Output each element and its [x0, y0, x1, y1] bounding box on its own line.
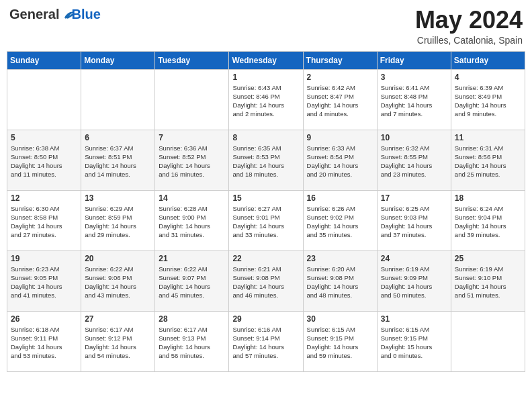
day-number: 30 [307, 314, 373, 324]
calendar-table: SundayMondayTuesdayWednesdayThursdayFrid… [7, 51, 525, 372]
day-cell: 26Sunrise: 6:18 AMSunset: 9:11 PMDayligh… [7, 311, 81, 371]
day-content: Sunrise: 6:37 AMSunset: 8:51 PMDaylight:… [85, 144, 151, 179]
day-header-wednesday: Wednesday [229, 51, 303, 69]
day-cell: 8Sunrise: 6:35 AMSunset: 8:53 PMDaylight… [229, 130, 303, 190]
day-cell: 4Sunrise: 6:39 AMSunset: 8:49 PMDaylight… [451, 69, 525, 130]
day-cell: 6Sunrise: 6:37 AMSunset: 8:51 PMDaylight… [81, 130, 155, 190]
day-content: Sunrise: 6:19 AMSunset: 9:09 PMDaylight:… [381, 265, 447, 300]
day-content: Sunrise: 6:30 AMSunset: 8:58 PMDaylight:… [11, 204, 77, 240]
day-content: Sunrise: 6:35 AMSunset: 8:53 PMDaylight:… [232, 144, 299, 179]
day-cell: 22Sunrise: 6:21 AMSunset: 9:08 PMDayligh… [229, 250, 303, 311]
day-number: 13 [85, 193, 151, 203]
day-content: Sunrise: 6:33 AMSunset: 8:54 PMDaylight:… [307, 144, 373, 179]
day-number: 15 [232, 193, 299, 203]
day-cell: 31Sunrise: 6:15 AMSunset: 9:15 PMDayligh… [377, 311, 451, 371]
day-number: 22 [232, 254, 299, 263]
day-number: 24 [381, 254, 447, 263]
day-header-saturday: Saturday [451, 51, 525, 69]
day-content: Sunrise: 6:15 AMSunset: 9:15 PMDaylight:… [381, 325, 447, 361]
day-number: 16 [307, 193, 373, 203]
day-cell [451, 311, 525, 371]
day-number: 17 [381, 193, 447, 203]
day-content: Sunrise: 6:41 AMSunset: 8:48 PMDaylight:… [381, 83, 447, 119]
day-cell: 14Sunrise: 6:28 AMSunset: 9:00 PMDayligh… [155, 190, 229, 250]
day-number: 10 [381, 133, 447, 142]
day-cell: 29Sunrise: 6:16 AMSunset: 9:14 PMDayligh… [229, 311, 303, 371]
day-number: 5 [11, 133, 77, 142]
day-number: 6 [85, 133, 151, 142]
day-cell: 3Sunrise: 6:41 AMSunset: 8:48 PMDaylight… [377, 69, 451, 130]
day-cell: 9Sunrise: 6:33 AMSunset: 8:54 PMDaylight… [303, 130, 377, 190]
day-content: Sunrise: 6:36 AMSunset: 8:52 PMDaylight:… [159, 144, 225, 179]
day-number: 25 [455, 254, 521, 263]
day-cell: 17Sunrise: 6:25 AMSunset: 9:03 PMDayligh… [377, 190, 451, 250]
day-content: Sunrise: 6:28 AMSunset: 9:00 PMDaylight:… [159, 204, 225, 240]
page-header: General Blue May 2024 Cruilles, Cataloni… [7, 7, 525, 46]
day-content: Sunrise: 6:29 AMSunset: 8:59 PMDaylight:… [85, 204, 151, 240]
day-number: 23 [307, 254, 373, 263]
day-cell: 5Sunrise: 6:38 AMSunset: 8:50 PMDaylight… [7, 130, 81, 190]
day-cell: 11Sunrise: 6:31 AMSunset: 8:56 PMDayligh… [451, 130, 525, 190]
day-number: 18 [455, 193, 521, 203]
day-cell: 24Sunrise: 6:19 AMSunset: 9:09 PMDayligh… [377, 250, 451, 311]
title-area: May 2024 Cruilles, Catalonia, Spain [415, 7, 523, 46]
day-cell: 28Sunrise: 6:17 AMSunset: 9:13 PMDayligh… [155, 311, 229, 371]
day-content: Sunrise: 6:21 AMSunset: 9:08 PMDaylight:… [232, 265, 299, 300]
month-title: May 2024 [415, 7, 523, 34]
location-text: Cruilles, Catalonia, Spain [415, 35, 523, 46]
day-number: 26 [11, 314, 77, 324]
day-content: Sunrise: 6:31 AMSunset: 8:56 PMDaylight:… [455, 144, 521, 179]
day-number: 11 [455, 133, 521, 142]
week-row-4: 19Sunrise: 6:23 AMSunset: 9:05 PMDayligh… [7, 250, 525, 311]
day-number: 9 [307, 133, 373, 142]
day-cell: 20Sunrise: 6:22 AMSunset: 9:06 PMDayligh… [81, 250, 155, 311]
day-header-tuesday: Tuesday [155, 51, 229, 69]
day-cell: 21Sunrise: 6:22 AMSunset: 9:07 PMDayligh… [155, 250, 229, 311]
day-content: Sunrise: 6:22 AMSunset: 9:06 PMDaylight:… [85, 265, 151, 300]
day-number: 27 [85, 314, 151, 324]
day-content: Sunrise: 6:43 AMSunset: 8:46 PMDaylight:… [232, 83, 299, 119]
day-cell: 23Sunrise: 6:20 AMSunset: 9:08 PMDayligh… [303, 250, 377, 311]
day-cell: 30Sunrise: 6:15 AMSunset: 9:15 PMDayligh… [303, 311, 377, 371]
day-cell: 16Sunrise: 6:26 AMSunset: 9:02 PMDayligh… [303, 190, 377, 250]
day-cell: 1Sunrise: 6:43 AMSunset: 8:46 PMDaylight… [229, 69, 303, 130]
week-row-2: 5Sunrise: 6:38 AMSunset: 8:50 PMDaylight… [7, 130, 525, 190]
day-content: Sunrise: 6:18 AMSunset: 9:11 PMDaylight:… [11, 325, 77, 361]
day-number: 19 [11, 254, 77, 263]
day-content: Sunrise: 6:16 AMSunset: 9:14 PMDaylight:… [232, 325, 299, 361]
day-number: 8 [232, 133, 299, 142]
logo-blue-text: Blue [71, 7, 100, 22]
day-content: Sunrise: 6:20 AMSunset: 9:08 PMDaylight:… [307, 265, 373, 300]
day-header-sunday: Sunday [7, 51, 81, 69]
day-cell: 2Sunrise: 6:42 AMSunset: 8:47 PMDaylight… [303, 69, 377, 130]
day-number: 14 [159, 193, 225, 203]
day-cell: 7Sunrise: 6:36 AMSunset: 8:52 PMDaylight… [155, 130, 229, 190]
day-content: Sunrise: 6:19 AMSunset: 9:10 PMDaylight:… [455, 265, 521, 300]
day-number: 3 [381, 73, 447, 82]
day-content: Sunrise: 6:42 AMSunset: 8:47 PMDaylight:… [307, 83, 373, 119]
day-content: Sunrise: 6:32 AMSunset: 8:55 PMDaylight:… [381, 144, 447, 179]
day-content: Sunrise: 6:25 AMSunset: 9:03 PMDaylight:… [381, 204, 447, 240]
day-content: Sunrise: 6:17 AMSunset: 9:13 PMDaylight:… [159, 325, 225, 361]
day-content: Sunrise: 6:26 AMSunset: 9:02 PMDaylight:… [307, 204, 373, 240]
day-cell [155, 69, 229, 130]
day-content: Sunrise: 6:24 AMSunset: 9:04 PMDaylight:… [455, 204, 521, 240]
day-cell [7, 69, 81, 130]
day-number: 29 [232, 314, 299, 324]
header-row: SundayMondayTuesdayWednesdayThursdayFrid… [7, 51, 525, 69]
logo-general-text: General [9, 7, 59, 22]
day-number: 31 [381, 314, 447, 324]
day-cell: 13Sunrise: 6:29 AMSunset: 8:59 PMDayligh… [81, 190, 155, 250]
day-number: 1 [232, 73, 299, 82]
day-cell [81, 69, 155, 130]
week-row-1: 1Sunrise: 6:43 AMSunset: 8:46 PMDaylight… [7, 69, 525, 130]
day-content: Sunrise: 6:17 AMSunset: 9:12 PMDaylight:… [85, 325, 151, 361]
day-header-friday: Friday [377, 51, 451, 69]
day-content: Sunrise: 6:22 AMSunset: 9:07 PMDaylight:… [159, 265, 225, 300]
day-number: 4 [455, 73, 521, 82]
day-number: 12 [11, 193, 77, 203]
day-number: 20 [85, 254, 151, 263]
day-content: Sunrise: 6:39 AMSunset: 8:49 PMDaylight:… [455, 83, 521, 119]
day-header-monday: Monday [81, 51, 155, 69]
day-content: Sunrise: 6:38 AMSunset: 8:50 PMDaylight:… [11, 144, 77, 179]
